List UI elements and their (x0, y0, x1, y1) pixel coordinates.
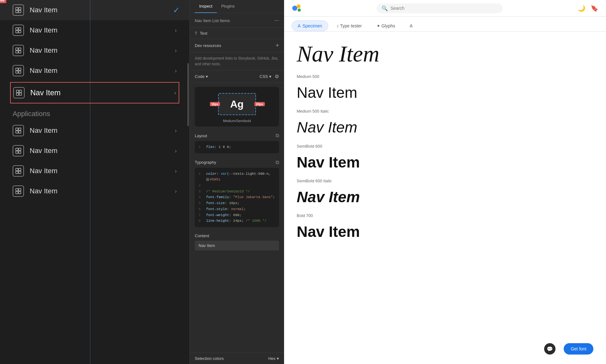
chevron-icon-b3: › (175, 168, 177, 174)
nav-icon-2 (13, 25, 24, 36)
weight-label-semibold-600-italic: SemiBold 600 Italic (297, 179, 593, 183)
chevron-icon-4: › (175, 68, 177, 74)
chevron-down-css: ▾ (269, 74, 271, 79)
copy-layout-button[interactable]: ⧉ (276, 133, 279, 138)
content-label: Content (195, 233, 279, 238)
svg-rect-9 (19, 48, 21, 50)
nav-item-b3[interactable]: Nav Item › (0, 161, 189, 181)
search-input[interactable] (390, 6, 498, 11)
css-dropdown[interactable]: CSS ▾ (259, 74, 271, 79)
svg-rect-3 (19, 10, 21, 13)
nav-item-label-4: Nav Item (30, 67, 175, 75)
nav-item-label-5: Nav Item (30, 88, 174, 97)
svg-rect-30 (16, 171, 18, 173)
nav-icon-b3 (13, 165, 24, 177)
chevron-icon-2: › (175, 27, 177, 34)
nav-item-b2[interactable]: Nav Item › (0, 141, 189, 161)
header-icons: 🌙 🔖 (578, 4, 598, 12)
typography-section: Typography ⧉ 1 color: var(--texts-light-… (190, 157, 284, 230)
font-text-medium-italic: Nav Item (297, 119, 593, 136)
selection-colors-label: Selection colors (195, 356, 224, 361)
svg-rect-27 (19, 151, 21, 153)
more-options-button[interactable]: ··· (274, 17, 279, 24)
svg-rect-20 (16, 128, 18, 130)
typo-line-5: 5 font-size: 16px; (199, 200, 275, 206)
nav-item-4[interactable]: Nav Item › (0, 61, 189, 81)
svg-rect-28 (16, 168, 18, 171)
tab-inspect[interactable]: Inspect (195, 0, 217, 13)
nav-icon-1 (13, 4, 24, 16)
nav-item-3[interactable]: Nav Item › (0, 40, 189, 61)
search-icon: 🔍 (382, 5, 388, 11)
weight-label-bold-700: Bold 700 (297, 213, 593, 218)
middle-panel: Inspect Plugins Nav Item List Items ··· … (189, 0, 284, 364)
spacing-left-badge: 16px (210, 102, 220, 106)
nav-item-label-b2: Nav Item (30, 147, 175, 155)
svg-rect-19 (19, 93, 21, 95)
settings-icon[interactable]: ⚙ (275, 73, 279, 79)
dev-resources-description: Add development links to Storybook, GitH… (190, 52, 284, 70)
chevron-down-hex: ▾ (277, 356, 279, 361)
svg-rect-12 (16, 68, 18, 70)
code-dropdown[interactable]: Code ▾ (195, 74, 208, 79)
nav-icon-3 (13, 45, 24, 56)
svg-rect-8 (16, 48, 18, 50)
specimen-tab-icon: A (298, 23, 300, 28)
tab-about[interactable]: A (404, 21, 419, 31)
svg-rect-7 (19, 31, 21, 33)
code-section-header: Code ▾ CSS ▾ ⚙ (190, 70, 284, 83)
nav-item-2[interactable]: Nav Item › (0, 20, 189, 40)
svg-point-36 (292, 6, 297, 11)
bookmark-icon[interactable]: 🔖 (591, 4, 598, 12)
chevron-icon-3: › (175, 47, 177, 54)
svg-rect-22 (16, 131, 18, 133)
spacing-right-badge: 24px (254, 102, 265, 106)
tab-plugins[interactable]: Plugins (217, 0, 239, 13)
scrollbar[interactable] (187, 63, 189, 126)
font-preview-box: 16px Ag 24px Medium/Semibold (195, 87, 279, 126)
code-line-1: 1 flex: 1 0 0; (199, 144, 275, 150)
text-section-label: Text (200, 31, 207, 36)
feedback-button[interactable]: 💬 (544, 343, 556, 355)
text-section: T Text (190, 28, 284, 39)
add-dev-resource-button[interactable]: + (276, 42, 279, 49)
nav-icon-5 (13, 87, 25, 98)
svg-rect-32 (16, 189, 18, 191)
glyphs-icon: ✦ (377, 23, 380, 28)
typography-title: Typography ⧉ (190, 157, 284, 168)
weight-label-medium-500: Medium 500 (297, 74, 593, 79)
font-text-bold: Nav Item (297, 223, 593, 240)
svg-rect-24 (16, 148, 18, 150)
svg-rect-10 (16, 51, 18, 53)
tab-specimen[interactable]: A Specimen (292, 21, 328, 31)
nav-icon-b1 (13, 125, 24, 136)
nav-item-1[interactable]: 864 Nav Item ✓ (0, 0, 189, 20)
font-sample-large-italic: Nav Item (297, 42, 593, 67)
nav-item-b1[interactable]: Nav Item › (0, 120, 189, 141)
svg-rect-31 (19, 171, 21, 173)
get-font-button[interactable]: Get font (564, 343, 593, 355)
svg-point-38 (298, 9, 301, 12)
copy-typography-button[interactable]: ⧉ (276, 160, 279, 165)
svg-rect-26 (16, 151, 18, 153)
font-sample-medium: Nav Item (297, 84, 593, 101)
tab-glyphs[interactable]: ✦ Glyphs (371, 21, 401, 31)
ag-sample-text: Ag (230, 98, 244, 110)
nav-list-bottom: Nav Item › Nav Item › Nav Item › Nav Ite… (0, 120, 189, 201)
moon-icon[interactable]: 🌙 (578, 4, 585, 12)
search-bar[interactable]: 🔍 (377, 3, 503, 13)
svg-rect-18 (16, 93, 19, 95)
nav-item-label-b1: Nav Item (30, 126, 175, 135)
nav-list-top: 864 Nav Item ✓ Nav Item › Nav Item › (0, 0, 189, 103)
svg-point-37 (297, 4, 300, 8)
nav-item-b4[interactable]: Nav Item › (0, 181, 189, 201)
tab-type-tester[interactable]: ↕ Type tester (331, 21, 368, 31)
font-content: Nav Item Medium 500 Nav Item Medium 500 … (284, 32, 606, 364)
layout-code-block: 1 flex: 1 0 0; (195, 141, 279, 153)
nav-item-5-selected[interactable]: Nav Item › (10, 82, 179, 103)
hex-format-dropdown[interactable]: Hex ▾ (268, 356, 279, 361)
chevron-icon-b2: › (175, 148, 177, 154)
component-name: Nav Item List Items (195, 18, 230, 23)
nav-item-label-b3: Nav Item (30, 167, 175, 175)
typo-line-6: 6 font-style: normal; (199, 206, 275, 212)
